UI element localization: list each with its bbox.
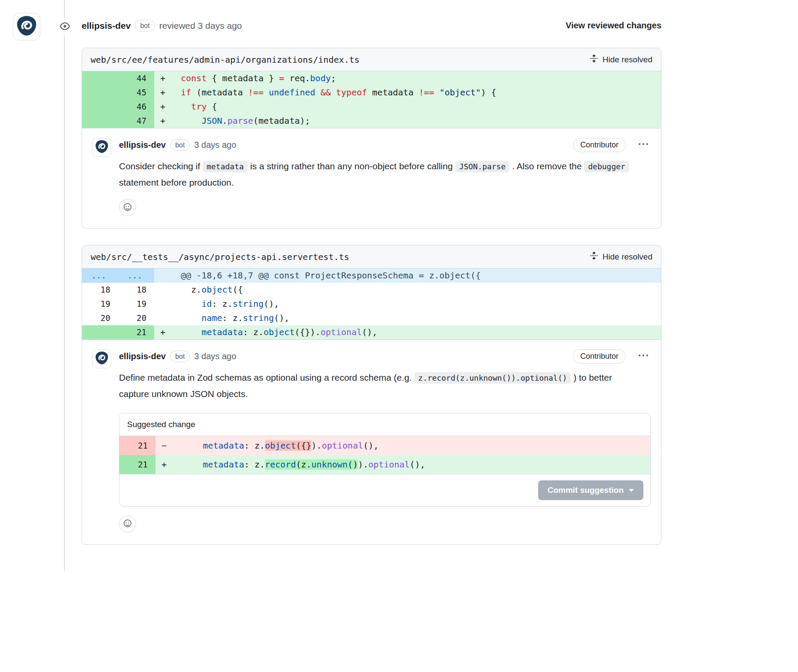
inline-code: metadata <box>203 161 248 172</box>
ellipsis-logo-icon <box>94 139 109 156</box>
diff-row: 46+ try { <box>82 100 661 114</box>
diff-code-line: + JSON.parse(metadata); <box>154 114 661 128</box>
diff-sign: − <box>161 436 182 455</box>
reviewer-avatar[interactable] <box>13 13 40 40</box>
add-reaction-button[interactable] <box>119 515 136 532</box>
review-header: ellipsis-dev bot reviewed 3 days ago Vie… <box>82 20 661 31</box>
line-number[interactable]: 19 <box>118 297 154 311</box>
review-eye-icon <box>56 17 74 35</box>
diff-code-line: +if (metadata !== undefined && typeof me… <box>154 86 661 100</box>
suggested-change-box: Suggested change 21− metadata: z.object(… <box>119 413 651 507</box>
line-number[interactable]: 20 <box>82 311 118 325</box>
line-number[interactable] <box>82 100 118 114</box>
ellipsis-logo-icon <box>15 15 38 39</box>
bot-badge: bot <box>170 351 190 362</box>
diff-row: 21− metadata: z.object({}).optional(), <box>119 436 650 455</box>
view-reviewed-changes-link[interactable]: View reviewed changes <box>566 21 661 31</box>
diff-row: ......@@ -18,6 +18,7 @@ const ProjectRes… <box>82 269 661 283</box>
comment-author[interactable]: ellipsis-dev <box>119 351 166 361</box>
file-path[interactable]: web/src/ee/features/admin-api/organizati… <box>91 55 359 65</box>
unfold-icon <box>590 54 598 65</box>
line-number[interactable]: 21 <box>118 325 154 339</box>
expand-hunk-gutter[interactable]: ... <box>82 269 118 283</box>
suggestion-diff-table: 21− metadata: z.object({}).optional(),21… <box>119 436 650 474</box>
file-header: web/src/ee/features/admin-api/organizati… <box>82 48 661 71</box>
diff-code-line: +const { metadata } = req.body; <box>154 71 661 86</box>
diff-code-line: + metadata: z.record(z.unknown()).option… <box>155 455 650 474</box>
line-number[interactable]: 47 <box>118 114 154 128</box>
line-number[interactable] <box>82 325 118 339</box>
contributor-badge: Contributor <box>573 349 626 363</box>
comment-author-avatar[interactable] <box>92 349 111 368</box>
hide-resolved-label: Hide resolved <box>603 55 652 64</box>
diff-code-line: @@ -18,6 +18,7 @@ const ProjectResponseS… <box>154 269 661 283</box>
diff-row: 1818 z.object({ <box>82 283 661 297</box>
line-number[interactable] <box>82 86 118 100</box>
inline-code: JSON.parse <box>455 161 509 172</box>
hide-resolved-button[interactable]: Hide resolved <box>590 251 652 262</box>
diff-row: 2020 name: z.string(), <box>82 311 661 325</box>
line-number[interactable]: 21 <box>119 455 155 474</box>
comment-body: Consider checking if metadata is a strin… <box>119 158 643 190</box>
diff-code-line: name: z.string(), <box>154 311 661 325</box>
review-comment: ellipsis-dev bot 3 days ago Contributor … <box>82 128 661 228</box>
diff-code-line: id: z.string(), <box>154 297 661 311</box>
diff-code-line: − metadata: z.object({}).optional(), <box>155 436 650 455</box>
diff-sign: + <box>160 71 181 86</box>
diff-table: ......@@ -18,6 +18,7 @@ const ProjectRes… <box>82 269 661 339</box>
diff-sign: + <box>161 455 182 474</box>
comment-author-avatar[interactable] <box>92 138 111 157</box>
line-number[interactable]: 44 <box>118 71 154 86</box>
inline-code: debugger <box>584 161 629 172</box>
review-action-text: reviewed 3 days ago <box>159 21 242 31</box>
bot-badge: bot <box>135 20 155 31</box>
comment-menu-button[interactable] <box>636 349 651 363</box>
comment-timestamp[interactable]: 3 days ago <box>194 351 236 361</box>
comment-author[interactable]: ellipsis-dev <box>119 140 166 150</box>
diff-sign: + <box>160 114 181 128</box>
comment-menu-button[interactable] <box>636 138 651 152</box>
comment-header: ellipsis-dev bot 3 days ago Contributor <box>119 138 651 152</box>
hide-resolved-label: Hide resolved <box>603 252 652 262</box>
ellipsis-logo-icon <box>94 351 109 367</box>
line-number[interactable] <box>82 71 118 86</box>
diff-code-line: + metadata: z.object({}).optional(), <box>154 325 661 339</box>
diff-sign: + <box>160 100 181 114</box>
review-comment: ellipsis-dev bot 3 days ago Contributor … <box>82 339 661 544</box>
line-number[interactable]: 46 <box>118 100 154 114</box>
line-number[interactable]: 20 <box>118 311 154 325</box>
diff-row: 1919 id: z.string(), <box>82 297 661 311</box>
comment-timestamp[interactable]: 3 days ago <box>194 140 236 150</box>
commit-suggestion-button[interactable]: Commit suggestion <box>538 480 643 500</box>
comment-body: Define metadata in Zod schemas as option… <box>119 370 643 402</box>
diff-code-line: z.object({ <box>154 283 661 297</box>
contributor-badge: Contributor <box>573 138 626 152</box>
line-number[interactable]: 19 <box>82 297 118 311</box>
diff-sign: + <box>160 86 181 100</box>
file-path[interactable]: web/src/__tests__/async/projects-api.ser… <box>91 252 349 262</box>
smiley-icon <box>124 203 131 212</box>
diff-code-line: + try { <box>154 100 661 114</box>
expand-hunk-gutter[interactable]: ... <box>118 269 154 283</box>
diff-table: 44+const { metadata } = req.body;45+if (… <box>82 71 661 128</box>
line-number[interactable]: 45 <box>118 86 154 100</box>
unfold-icon <box>590 251 598 262</box>
dropdown-caret-icon <box>629 489 634 492</box>
review-timeline-item: ellipsis-dev bot reviewed 3 days ago Vie… <box>0 0 798 562</box>
diff-row: 44+const { metadata } = req.body; <box>82 71 661 86</box>
line-number[interactable]: 18 <box>82 283 118 297</box>
bot-badge: bot <box>170 139 190 151</box>
line-number[interactable]: 21 <box>119 436 155 455</box>
diff-row: 47+ JSON.parse(metadata); <box>82 114 661 128</box>
review-thread-card-1: web/src/ee/features/admin-api/organizati… <box>82 48 661 229</box>
timeline-line <box>64 0 65 571</box>
reviewer-name[interactable]: ellipsis-dev <box>82 21 131 31</box>
diff-row: 21+ metadata: z.object({}).optional(), <box>82 325 661 339</box>
diff-row: 21+ metadata: z.record(z.unknown()).opti… <box>119 455 650 474</box>
line-number[interactable] <box>82 114 118 128</box>
inline-code: z.record(z.unknown()).optional() <box>414 372 571 384</box>
add-reaction-button[interactable] <box>119 199 136 216</box>
hide-resolved-button[interactable]: Hide resolved <box>590 54 652 65</box>
line-number[interactable]: 18 <box>118 283 154 297</box>
diff-sign: + <box>160 325 181 339</box>
